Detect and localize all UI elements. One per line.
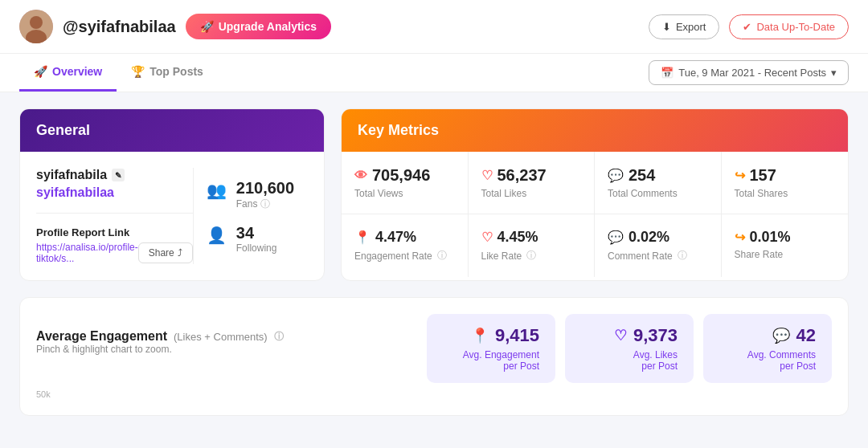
engagement-header: Average Engagement (Likes + Comments) ⓘ …: [36, 314, 832, 383]
rate-cell-comments: 💬 0.02% Comment Rate ⓘ: [595, 214, 722, 277]
tab-top-posts[interactable]: 🏆 Top Posts: [117, 54, 218, 92]
avg-likes-value: 9,373: [633, 325, 678, 346]
metrics-rates-grid: 📍 4.47% Engagement Rate ⓘ ♡ 4.45%: [342, 214, 848, 277]
username-label: @syifafnabilaa: [63, 18, 176, 36]
general-card-body: syifafnabila ✎ syifafnabilaa Profile Rep…: [20, 152, 324, 280]
general-right-col: 👥 210,600 Fans ⓘ 👤: [193, 168, 321, 264]
avg-engagement-value: 9,415: [495, 325, 539, 346]
check-icon: ✔: [743, 21, 751, 33]
svg-point-1: [30, 16, 43, 29]
chart-y-label: 50k: [36, 389, 832, 399]
download-icon: ⬇: [662, 21, 671, 33]
general-left-col: syifafnabila ✎ syifafnabilaa Profile Rep…: [36, 168, 193, 264]
engagement-subtitle-left: (Likes + Comments): [174, 331, 268, 343]
likes-value: 56,237: [497, 166, 547, 185]
engagement-title: Average Engagement (Likes + Comments) ⓘ: [36, 329, 427, 344]
engagement-rate-info-icon[interactable]: ⓘ: [437, 249, 447, 263]
share-button[interactable]: Share ⤴: [138, 242, 193, 263]
header-right: ⬇ Export ✔ Data Up-To-Date: [649, 14, 849, 39]
heart-rate-icon: ♡: [481, 230, 493, 245]
avatar: [19, 10, 53, 43]
general-content: syifafnabila ✎ syifafnabilaa Profile Rep…: [36, 168, 308, 264]
likes-label: Total Likes: [481, 188, 582, 199]
like-rate-info-icon[interactable]: ⓘ: [526, 249, 536, 263]
fans-info-icon[interactable]: ⓘ: [260, 198, 270, 211]
share-rate-label: Share Rate: [735, 249, 836, 260]
like-rate-label: Like Rate: [481, 250, 522, 262]
profile-link-label: Profile Report Link: [36, 226, 193, 238]
comments-label: Total Comments: [608, 188, 708, 199]
fans-label: Fans ⓘ: [236, 198, 294, 211]
following-stat: 👤 34 Following: [207, 224, 321, 254]
profile-link-row: https://analisa.io/profile-tiktok/s... S…: [36, 242, 193, 264]
likes-stat-icon: ♡: [614, 327, 627, 344]
following-value: 34: [236, 224, 277, 242]
header: @syifafnabilaa 🚀 Upgrade Analytics ⬇ Exp…: [0, 0, 868, 54]
chevron-down-icon: ▾: [831, 67, 837, 79]
nav-tabs: 🚀 Overview 🏆 Top Posts: [19, 54, 218, 92]
metric-cell-views: 👁 705,946 Total Views: [342, 152, 469, 214]
comment-rate-info-icon[interactable]: ⓘ: [678, 249, 687, 263]
share-rate-value: 0.01%: [750, 229, 791, 246]
header-left: @syifafnabilaa 🚀 Upgrade Analytics: [19, 10, 331, 43]
profile-link-url[interactable]: https://analisa.io/profile-tiktok/s...: [36, 242, 138, 264]
metric-cell-comments: 💬 254 Total Comments: [595, 152, 722, 214]
export-button[interactable]: ⬇ Export: [649, 14, 720, 39]
views-label: Total Views: [354, 188, 455, 199]
calendar-icon: 📅: [661, 67, 674, 79]
fans-icon: 👥: [207, 181, 227, 200]
metrics-card-header: Key Metrics: [342, 109, 848, 152]
avg-comments-label: Avg. Commentsper Post: [747, 349, 816, 372]
engagement-rate-label: Engagement Rate: [354, 250, 432, 262]
like-rate-value: 4.45%: [497, 229, 538, 246]
engagement-stat-icon: 📍: [471, 327, 489, 344]
comment-rate-icon: 💬: [608, 230, 624, 245]
share-rate-icon: ↪: [735, 230, 745, 245]
general-card-header: General: [20, 109, 324, 152]
fans-stat: 👥 210,600 Fans ⓘ: [207, 179, 321, 211]
comment-rate-value: 0.02%: [628, 229, 669, 246]
comment-icon: 💬: [608, 168, 624, 183]
rate-cell-engagement: 📍 4.47% Engagement Rate ⓘ: [342, 214, 469, 277]
metric-cell-likes: ♡ 56,237 Total Likes: [469, 152, 596, 214]
following-icon: 👤: [207, 226, 227, 245]
general-card: General syifafnabila ✎ syifafnabilaa: [19, 108, 325, 281]
comments-value: 254: [628, 166, 655, 185]
share-icon: ⤴: [178, 247, 182, 259]
data-status-button[interactable]: ✔ Data Up-To-Date: [729, 14, 849, 39]
shares-value: 157: [750, 166, 776, 185]
engagement-info-icon[interactable]: ⓘ: [274, 330, 284, 344]
metrics-grid: 👁 705,946 Total Views ♡ 56,237 Total Lik…: [342, 152, 848, 214]
avg-likes-label: Avg. Likesper Post: [633, 349, 678, 372]
share-forward-icon: ↪: [735, 168, 745, 183]
general-title: General: [36, 122, 308, 139]
engagement-section: Average Engagement (Likes + Comments) ⓘ …: [19, 297, 849, 416]
trophy-icon: 🏆: [131, 65, 145, 78]
engagement-stats: 📍 9,415 Avg. Engagementper Post ♡ 9,373 …: [427, 314, 832, 383]
edit-icon[interactable]: ✎: [112, 169, 125, 181]
date-range-button[interactable]: 📅 Tue, 9 Mar 2021 - Recent Posts ▾: [649, 60, 849, 85]
avg-likes-card: ♡ 9,373 Avg. Likesper Post: [565, 314, 694, 383]
engagement-rate-value: 4.47%: [375, 229, 416, 246]
comments-stat-icon: 💬: [772, 327, 790, 344]
profile-link-section: Profile Report Link https://analisa.io/p…: [36, 213, 193, 264]
fans-value: 210,600: [236, 179, 294, 198]
profile-instagram-name: syifafnabilaa: [36, 185, 193, 200]
avg-engagement-label: Avg. Engagementper Post: [463, 349, 539, 372]
upgrade-analytics-button[interactable]: 🚀 Upgrade Analytics: [186, 14, 331, 39]
rate-cell-shares: ↪ 0.01% Share Rate: [722, 214, 849, 277]
eye-icon: 👁: [354, 169, 367, 183]
location-icon: 📍: [354, 230, 371, 245]
metrics-card-body: 👁 705,946 Total Views ♡ 56,237 Total Lik…: [342, 152, 848, 277]
rocket-nav-icon: 🚀: [34, 65, 47, 78]
tab-overview[interactable]: 🚀 Overview: [19, 54, 117, 92]
avg-engagement-card: 📍 9,415 Avg. Engagementper Post: [427, 314, 555, 383]
avg-comments-value: 42: [796, 325, 816, 346]
metrics-card: Key Metrics 👁 705,946 Total Views ♡: [341, 108, 849, 281]
rocket-icon: 🚀: [200, 20, 214, 33]
following-label: Following: [236, 242, 277, 254]
avg-comments-card: 💬 42 Avg. Commentsper Post: [703, 314, 832, 383]
nav-bar: 🚀 Overview 🏆 Top Posts 📅 Tue, 9 Mar 2021…: [0, 54, 868, 92]
views-value: 705,946: [372, 166, 430, 185]
metric-cell-shares: ↪ 157 Total Shares: [722, 152, 849, 214]
